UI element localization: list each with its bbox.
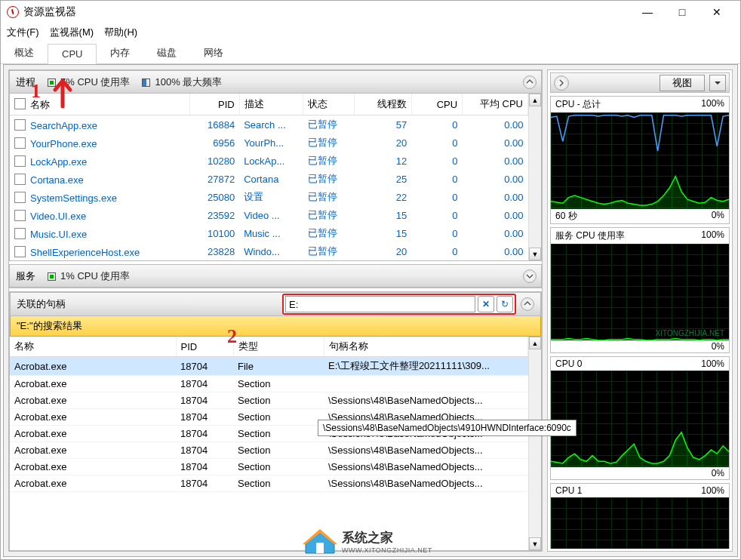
window-title: 资源监视器 bbox=[23, 5, 630, 19]
chart-3: CPU 1100% bbox=[550, 483, 730, 549]
services-cpu-stat: 1% CPU 使用率 bbox=[60, 269, 130, 283]
services-panel: 服务 1% CPU 使用率 bbox=[9, 264, 542, 288]
expand-button[interactable] bbox=[523, 269, 537, 283]
close-button[interactable]: ✕ bbox=[699, 1, 734, 23]
handles-title: 关联的句柄 bbox=[17, 297, 66, 311]
menubar: 文件(F) 监视器(M) 帮助(H) bbox=[1, 23, 740, 42]
collapse-button[interactable] bbox=[521, 297, 534, 311]
annotation-arrow-icon bbox=[49, 76, 76, 109]
table-row[interactable]: Video.UI.exe23592Video ...已暂停1500.00 bbox=[10, 206, 528, 224]
table-row[interactable]: YourPhone.exe6956YourPh...已暂停2000.00 bbox=[10, 134, 528, 152]
col-pid[interactable]: PID bbox=[190, 94, 239, 115]
processes-scrollbar[interactable]: ▲▼ bbox=[528, 94, 541, 260]
square-green-icon bbox=[48, 272, 56, 281]
house-icon bbox=[303, 526, 337, 556]
titlebar: 资源监视器 — □ ✕ bbox=[1, 1, 740, 23]
collapse-button[interactable] bbox=[523, 75, 537, 89]
tab-cpu[interactable]: CPU bbox=[48, 44, 97, 64]
col-status[interactable]: 状态 bbox=[303, 94, 354, 115]
view-button[interactable]: 视图 bbox=[660, 75, 705, 91]
tab-bar: 概述 CPU 内存 磁盘 网络 bbox=[1, 42, 740, 64]
col-cpu[interactable]: CPU bbox=[411, 94, 462, 115]
svg-rect-0 bbox=[316, 543, 324, 553]
minimize-button[interactable]: — bbox=[630, 1, 665, 23]
app-icon bbox=[7, 6, 19, 18]
square-blue-icon bbox=[142, 78, 150, 87]
table-row[interactable]: ShellExperienceHost.exe23828Windo...已暂停2… bbox=[10, 242, 528, 260]
search-results-caption: "E:"的搜索结果 bbox=[10, 316, 541, 337]
table-row[interactable]: Cortana.exe27872Cortana已暂停2500.00 bbox=[10, 170, 528, 188]
annotation-2: 2 bbox=[227, 325, 237, 348]
col-htype[interactable]: 类型 bbox=[233, 337, 324, 357]
annotation-1: 1 bbox=[31, 80, 41, 103]
tab-disk[interactable]: 磁盘 bbox=[143, 42, 190, 63]
menu-file[interactable]: 文件(F) bbox=[7, 26, 39, 39]
refresh-search-icon[interactable]: ↻ bbox=[497, 296, 513, 312]
chart-1: 服务 CPU 使用率100% XITONGZHIJIA.NET 0% bbox=[550, 227, 730, 353]
processes-table: 名称 PID 描述 状态 线程数 CPU 平均 CPU SearchApp.ex… bbox=[10, 94, 528, 260]
handles-scrollbar[interactable]: ▲▼ bbox=[528, 337, 541, 550]
handles-table: 名称 PID 类型 句柄名称 Acrobat.exe18704FileE:\工程… bbox=[10, 337, 528, 492]
tab-memory[interactable]: 内存 bbox=[97, 42, 143, 63]
table-row[interactable]: SearchApp.exe16884Search ...已暂停5700.00 bbox=[10, 115, 528, 134]
col-hhandle[interactable]: 句柄名称 bbox=[324, 337, 528, 357]
tab-overview[interactable]: 概述 bbox=[1, 42, 48, 63]
table-row[interactable]: Acrobat.exe18704Section\Sessions\48\Base… bbox=[10, 459, 528, 475]
processes-panel: 进程 7% CPU 使用率 100% 最大频率 名称 PID 描述 状态 bbox=[9, 70, 542, 261]
chart-0: CPU - 总计100% 60 秒0% bbox=[550, 96, 730, 224]
max-freq-stat: 100% 最大频率 bbox=[155, 75, 222, 89]
nav-right-button[interactable] bbox=[554, 75, 569, 91]
table-row[interactable]: Acrobat.exe18704Section\Sessions\48\Base… bbox=[10, 442, 528, 459]
table-row[interactable]: LockApp.exe10280LockAp...已暂停1200.00 bbox=[10, 152, 528, 170]
tab-network[interactable]: 网络 bbox=[190, 42, 237, 63]
watermark-logo: 系统之家 WWW.XITONGZHIJIA.NET bbox=[303, 526, 432, 556]
right-toolbar: 视图 bbox=[550, 72, 730, 93]
col-desc[interactable]: 描述 bbox=[239, 94, 303, 115]
menu-monitor[interactable]: 监视器(M) bbox=[50, 26, 94, 39]
col-avgcpu[interactable]: 平均 CPU bbox=[463, 94, 528, 115]
chart-2: CPU 0100% 0% bbox=[550, 356, 730, 480]
col-hpid[interactable]: PID bbox=[176, 337, 233, 357]
clear-search-icon[interactable]: ✕ bbox=[478, 296, 494, 312]
menu-help[interactable]: 帮助(H) bbox=[104, 26, 137, 39]
handles-search-input[interactable] bbox=[285, 296, 475, 312]
table-row[interactable]: Acrobat.exe18704Section\Sessions\48\Base… bbox=[10, 392, 528, 409]
table-row[interactable]: Acrobat.exe18704FileE:\工程竣工文件整理20211111\… bbox=[10, 357, 528, 376]
table-row[interactable]: Music.UI.exe10100Music ...已暂停1500.00 bbox=[10, 224, 528, 242]
col-hname[interactable]: 名称 bbox=[10, 337, 176, 357]
col-threads[interactable]: 线程数 bbox=[354, 94, 411, 115]
handle-tooltip: \Sessions\48\BaseNamedObjects\4910HWNDIn… bbox=[318, 420, 577, 436]
table-row[interactable]: Acrobat.exe18704Section\Sessions\48\Base… bbox=[10, 475, 528, 492]
table-row[interactable]: Acrobat.exe18704Section bbox=[10, 376, 528, 392]
handles-search-box: ✕ ↻ bbox=[282, 294, 516, 315]
table-row[interactable]: SystemSettings.exe25080设置已暂停2200.00 bbox=[10, 188, 528, 206]
maximize-button[interactable]: □ bbox=[665, 1, 699, 23]
services-title: 服务 bbox=[16, 269, 35, 283]
view-dropdown-icon[interactable] bbox=[709, 75, 726, 91]
